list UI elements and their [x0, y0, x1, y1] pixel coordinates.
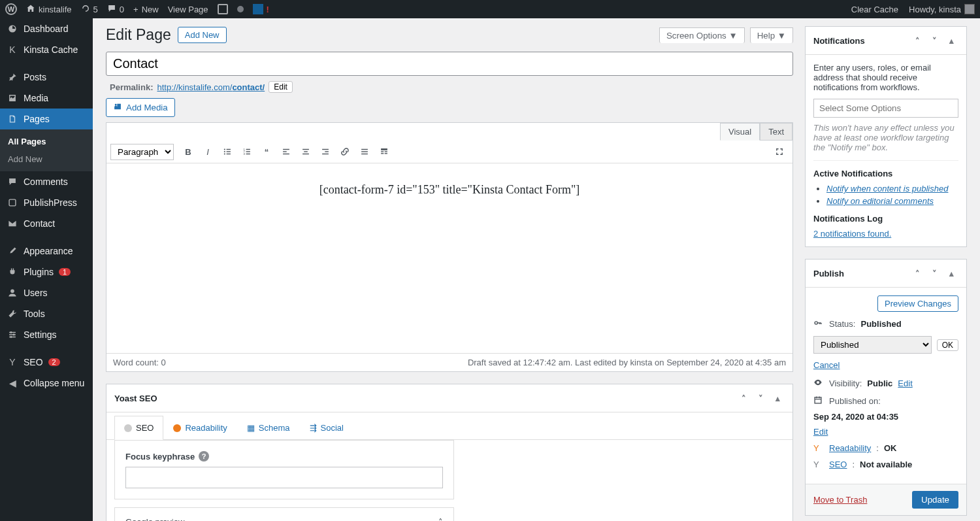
italic-button[interactable]: I [199, 143, 216, 160]
chevron-down-icon[interactable]: ˅ [927, 266, 941, 280]
visibility-edit-link[interactable]: Edit [898, 378, 912, 388]
notifications-title: Notifications [813, 36, 865, 46]
sidebar-item-comments[interactable]: Comments [0, 171, 93, 192]
status-dot[interactable] [237, 6, 244, 12]
notif-link-editorial[interactable]: Notify on editorial comments [826, 196, 934, 206]
toolbar-toggle-button[interactable] [376, 143, 393, 160]
more-button[interactable] [356, 143, 373, 160]
sidebar-item-tools[interactable]: Tools [0, 303, 93, 324]
add-media-button[interactable]: Add Media [106, 98, 175, 117]
chevron-down-icon[interactable]: ˅ [927, 33, 941, 48]
align-center-button[interactable] [297, 143, 314, 160]
collapse-icon[interactable]: ▴ [944, 266, 958, 280]
sidebar-item-appearance[interactable]: Appearance [0, 241, 93, 261]
update-button[interactable]: Update [912, 491, 958, 509]
bold-button[interactable]: B [180, 143, 197, 160]
move-to-trash-link[interactable]: Move to Trash [813, 495, 867, 505]
status-ok-button[interactable]: OK [937, 339, 958, 351]
plus-icon: + [133, 5, 139, 14]
visual-tab[interactable]: Visual [720, 123, 760, 141]
permalink-link[interactable]: http://kinstalife.com/contact/ [157, 82, 265, 92]
status-select[interactable]: Published [813, 336, 932, 354]
sidebar-item-kinsta-cache[interactable]: KKinsta Cache [0, 39, 93, 60]
sidebar-item-users[interactable]: Users [0, 282, 93, 303]
svg-rect-18 [283, 149, 289, 150]
sidebar-collapse[interactable]: ◀Collapse menu [0, 373, 93, 394]
editor-content[interactable]: [contact-form-7 id="153" title="Kinsta C… [106, 163, 792, 353]
comments-link[interactable]: 0 [107, 4, 124, 15]
help-button[interactable]: Help ▼ [750, 27, 793, 43]
notif-link-published[interactable]: Notify when content is published [826, 184, 948, 193]
yoast-tab-seo[interactable]: SEO [114, 416, 163, 440]
svg-rect-24 [322, 149, 329, 150]
chevron-up-icon[interactable]: ˄ [910, 266, 924, 280]
post-title-input[interactable] [106, 52, 793, 76]
permalink-edit-button[interactable]: Edit [269, 81, 293, 93]
yoast-tab-schema[interactable]: ▦Schema [237, 416, 300, 440]
svg-rect-15 [246, 151, 250, 152]
quote-button[interactable]: “ [258, 143, 275, 160]
updates-link[interactable]: 5 [81, 4, 98, 15]
updates-count: 5 [93, 5, 98, 14]
svg-point-3 [13, 334, 15, 336]
page-title: Edit Page [106, 26, 171, 44]
link-button[interactable] [336, 143, 353, 160]
chevron-up-icon[interactable]: ˄ [736, 391, 751, 405]
seo-link[interactable]: SEO [829, 460, 847, 469]
sidebar-item-dashboard[interactable]: Dashboard [0, 18, 93, 39]
preview-changes-button[interactable]: Preview Changes [877, 295, 958, 312]
yoast-tab-readability[interactable]: Readability [163, 416, 237, 440]
user-icon [7, 287, 18, 299]
collapse-icon[interactable]: ▴ [770, 391, 785, 405]
sidebar-item-pages[interactable]: Pages [0, 109, 93, 129]
view-page-link[interactable]: View Page [168, 5, 208, 14]
focus-keyphrase-input[interactable] [125, 467, 443, 488]
readability-link[interactable]: Readability [829, 443, 871, 453]
sidebar-item-settings[interactable]: Settings [0, 324, 93, 345]
help-icon[interactable]: ? [199, 451, 209, 462]
calendar-icon [813, 395, 824, 407]
collapse-icon[interactable]: ▴ [944, 33, 958, 48]
sidebar-sub-all-pages[interactable]: All Pages [0, 133, 93, 150]
fullscreen-button[interactable] [771, 143, 788, 160]
yoast-tab-social[interactable]: ⇶Social [300, 416, 353, 440]
ul-button[interactable] [219, 143, 236, 160]
yoast-icon [218, 4, 228, 14]
sidebar-item-posts[interactable]: Posts [0, 67, 93, 88]
new-link[interactable]: + New [133, 5, 159, 14]
yoast-toolbar-icon[interactable] [218, 4, 228, 14]
sidebar-item-seo[interactable]: YSEO2 [0, 352, 93, 373]
plugins-badge: 1 [59, 268, 71, 276]
align-left-button[interactable] [278, 143, 295, 160]
sidebar-item-media[interactable]: Media [0, 88, 93, 109]
word-count: Word count: 0 [113, 358, 166, 367]
site-link[interactable]: kinstalife [26, 4, 72, 15]
notify-icon[interactable]: ! [253, 4, 269, 14]
status-cancel-link[interactable]: Cancel [813, 360, 840, 370]
permalink-row: Permalink: http://kinstalife.com/contact… [106, 76, 793, 98]
notif-select[interactable] [813, 99, 958, 118]
draft-status: Draft saved at 12:47:42 am. Last edited … [468, 358, 786, 367]
text-tab[interactable]: Text [760, 123, 792, 141]
screen-options-button[interactable]: Screen Options ▼ [659, 27, 745, 43]
sidebar-item-contact[interactable]: Contact [0, 213, 93, 234]
chevron-down-icon[interactable]: ˅ [753, 391, 768, 405]
align-right-button[interactable] [317, 143, 334, 160]
howdy-link[interactable]: Howdy, kinsta [909, 4, 975, 14]
sidebar-item-publishpress[interactable]: PublishPress [0, 192, 93, 213]
wp-logo[interactable]: W [5, 3, 17, 15]
add-new-button[interactable]: Add New [178, 27, 227, 43]
sidebar-sub-add-new[interactable]: Add New [0, 150, 93, 168]
format-select[interactable]: Paragraph [110, 144, 174, 160]
chevron-up-icon: ˄ [438, 517, 443, 521]
date-edit-link[interactable]: Edit [813, 427, 958, 437]
svg-rect-11 [227, 154, 231, 154]
google-preview-panel[interactable]: Google preview ˄ [114, 507, 454, 521]
chevron-up-icon[interactable]: ˄ [910, 33, 924, 48]
ol-button[interactable]: 123 [238, 143, 255, 160]
clear-cache-link[interactable]: Clear Cache [851, 5, 898, 14]
admin-sidebar: Dashboard KKinsta Cache Posts Media Page… [0, 18, 93, 521]
sidebar-item-plugins[interactable]: Plugins1 [0, 261, 93, 282]
svg-rect-20 [283, 154, 289, 154]
notif-log-link[interactable]: 2 notifications found. [813, 229, 891, 239]
